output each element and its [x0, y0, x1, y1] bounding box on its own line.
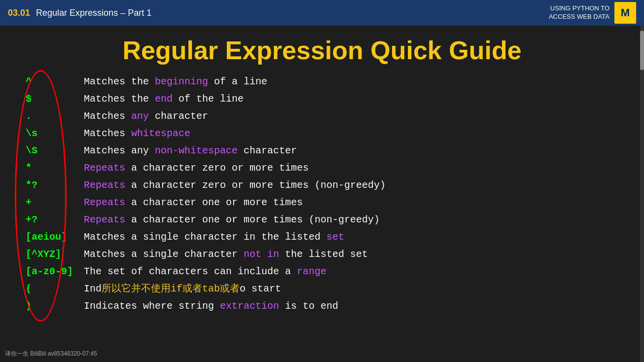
header-left: 03.01 Regular Expressions – Part 1 [8, 8, 151, 18]
slide-title: Regular Expression Quick Guide [20, 36, 624, 65]
watermark: 译你一生 BiliBili av85348320-07:45 [5, 350, 97, 358]
symbol-plus: + [20, 195, 84, 210]
highlight: Repeats [84, 197, 125, 208]
highlight: any [131, 110, 149, 122]
table-row: $ Matches the end of the line [20, 91, 624, 107]
symbol-ws: \s [20, 126, 84, 141]
table-row: [^XYZ] Matches a single character not in… [20, 247, 624, 262]
desc-open-paren: Ind所以它并不使用if或者tab或者o start [84, 281, 281, 296]
regex-table: ^ Matches the beginning of a line $ Matc… [20, 74, 624, 316]
symbol-close-paren: ) [20, 298, 84, 314]
scrollbar[interactable] [640, 26, 644, 362]
symbol-charset: [aeiou] [20, 229, 84, 245]
um-logo: M [614, 2, 636, 24]
symbol-dollar: $ [20, 91, 84, 107]
desc-dot: Matches any character [84, 109, 208, 124]
symbol-plus-q: +? [20, 212, 84, 227]
screen: 03.01 Regular Expressions – Part 1 USING… [0, 0, 644, 362]
header-bar: 03.01 Regular Expressions – Part 1 USING… [0, 0, 644, 26]
table-row: ^ Matches the beginning of a line [20, 74, 624, 89]
desc-plus: Repeats a character one or more times [84, 195, 303, 210]
watermark-id: BiliBili av85348320-07:45 [30, 350, 97, 357]
desc-neg-charset: Matches a single character not in the li… [84, 247, 368, 262]
desc-dollar: Matches the end of the line [84, 91, 244, 107]
symbol-star-q: *? [20, 178, 84, 193]
desc-charset: Matches a single character in the listed… [84, 229, 344, 245]
main-content: Regular Expression Quick Guide ^ Matches… [0, 26, 644, 362]
symbol-neg-charset: [^XYZ] [20, 247, 84, 262]
symbol-range: [a-z0-9] [20, 264, 84, 279]
table-row: [a-z0-9] The set of characters can inclu… [20, 264, 624, 279]
highlight: Repeats [84, 162, 125, 174]
table-row: *? Repeats a character zero or more time… [20, 178, 624, 193]
table-row: +? Repeats a character one or more times… [20, 212, 624, 227]
symbol-open-paren: ( [20, 281, 84, 296]
highlight: range [297, 266, 326, 277]
highlight: Repeats [84, 180, 125, 191]
table-row: \s Matches whitespace [20, 126, 624, 141]
symbol-dot: . [20, 109, 84, 124]
highlight: beginning [155, 76, 208, 87]
desc-ws: Matches whitespace [84, 126, 190, 141]
desc-star: Repeats a character zero or more times [84, 160, 309, 176]
symbol-caret: ^ [20, 74, 84, 89]
desc-close-paren: Indicates where string extraction is to … [84, 298, 338, 314]
table-row: . Matches any character [20, 109, 624, 124]
symbol-star: * [20, 160, 84, 176]
desc-nws: Matches any non-whitespace character [84, 143, 297, 158]
table-row: + Repeats a character one or more times [20, 195, 624, 210]
desc-star-q: Repeats a character zero or more times (… [84, 178, 386, 193]
highlight: set [326, 231, 344, 243]
scrollbar-thumb[interactable] [640, 31, 644, 70]
content-area: ^ Matches the beginning of a line $ Matc… [20, 74, 624, 316]
desc-plus-q: Repeats a character one or more times (n… [84, 212, 380, 227]
table-row: * Repeats a character zero or more times [20, 160, 624, 176]
lesson-number: 03.01 [8, 8, 30, 18]
table-row: ( Ind所以它并不使用if或者tab或者o start [20, 281, 624, 296]
table-row: [aeiou] Matches a single character in th… [20, 229, 624, 245]
highlight: whitespace [131, 128, 190, 139]
watermark-user: 译你一生 [5, 350, 29, 357]
table-row: \S Matches any non-whitespace character [20, 143, 624, 158]
desc-caret: Matches the beginning of a line [84, 74, 267, 89]
desc-range: The set of characters can include a rang… [84, 264, 326, 279]
highlight: not in [244, 249, 279, 260]
header-right: USING PYTHON TO ACCESS WEB DATA M [549, 2, 636, 24]
highlight: non-whitespace [155, 145, 238, 156]
highlight: end [155, 93, 173, 105]
highlight: Repeats [84, 214, 125, 225]
highlight: extraction [220, 300, 279, 312]
table-row: ) Indicates where string extraction is t… [20, 298, 624, 314]
subtitle-text: 所以它并不使用if或者tab或者 [102, 283, 240, 294]
course-title: USING PYTHON TO ACCESS WEB DATA [549, 4, 609, 21]
symbol-nws: \S [20, 143, 84, 158]
lesson-title: Regular Expressions – Part 1 [36, 8, 151, 18]
